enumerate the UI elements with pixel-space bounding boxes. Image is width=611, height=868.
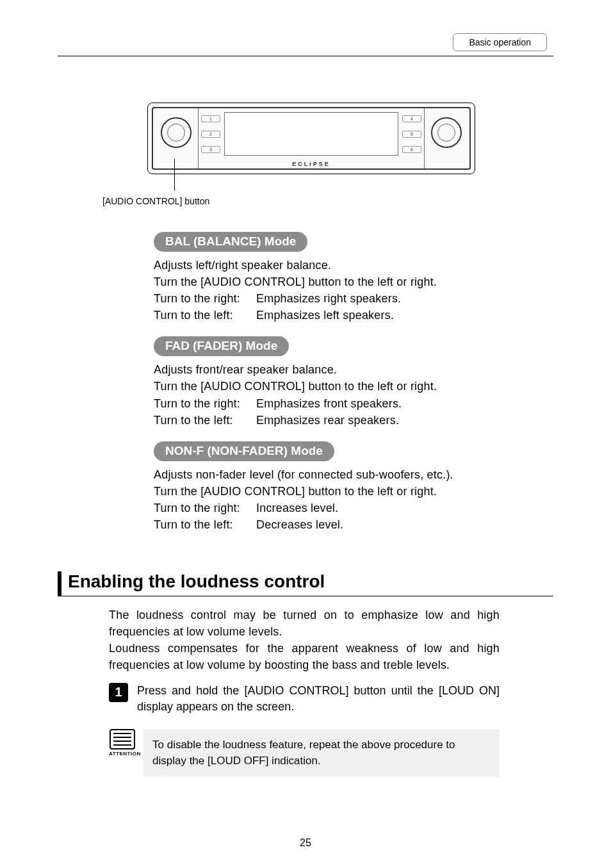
bal-intro-2: Turn the [AUDIO CONTROL] button to the l… xyxy=(154,274,493,290)
right-knob-icon xyxy=(431,117,462,148)
attention-text: To disable the loudness feature, repeat … xyxy=(143,729,500,777)
device-diagram: 1 2 3 4 5 6 ECLIPSE [AUDIO xyxy=(147,102,474,206)
device-drawing: 1 2 3 4 5 6 ECLIPSE xyxy=(147,102,475,174)
bal-right-label: Turn to the right: xyxy=(154,290,256,307)
header-rule xyxy=(58,56,553,56)
bal-intro-1: Adjusts left/right speaker balance. xyxy=(154,257,493,274)
nonf-right-text: Increases level. xyxy=(256,500,338,516)
preset-right-buttons: 4 5 6 xyxy=(402,111,421,157)
step-1-text: Press and hold the [AUDIO CONTROL] butto… xyxy=(137,683,500,715)
attention-note: ATTENTION To disable the loudness featur… xyxy=(109,729,500,777)
step-number-badge: 1 xyxy=(109,683,128,702)
loudness-para-1: The loudness control may be turned on to… xyxy=(109,607,500,640)
audio-control-knob-icon xyxy=(161,117,191,148)
fad-right-label: Turn to the right: xyxy=(154,395,256,412)
header-section-text: Basic operation xyxy=(469,37,531,47)
loudness-para-2: Loudness compensates for the apparent we… xyxy=(109,640,500,673)
page-number: 25 xyxy=(300,837,311,849)
lcd-screen-icon xyxy=(224,112,398,156)
nonf-right-label: Turn to the right: xyxy=(154,500,256,516)
bal-mode-section: BAL (BALANCE) Mode Adjusts left/right sp… xyxy=(154,232,493,323)
nonf-intro-2: Turn the [AUDIO CONTROL] button to the l… xyxy=(154,483,493,500)
loudness-heading: Enabling the loudness control xyxy=(68,571,553,596)
fad-right-text: Emphasizes front speakers. xyxy=(256,395,402,412)
book-icon xyxy=(110,729,135,749)
fad-left-label: Turn to the left: xyxy=(154,412,256,429)
attention-label: ATTENTION xyxy=(109,751,136,757)
bal-left-label: Turn to the left: xyxy=(154,307,256,323)
nonf-mode-section: NON-F (NON-FADER) Mode Adjusts non-fader… xyxy=(154,441,493,533)
nonf-intro-1: Adjusts non-fader level (for connected s… xyxy=(154,466,493,483)
fad-left-text: Emphasizes rear speakers. xyxy=(256,412,399,429)
fad-mode-section: FAD (FADER) Mode Adjusts front/rear spea… xyxy=(154,336,493,428)
brand-label: ECLIPSE xyxy=(292,161,330,167)
fad-mode-heading: FAD (FADER) Mode xyxy=(154,336,289,356)
fad-intro-1: Adjusts front/rear speaker balance. xyxy=(154,361,493,378)
bal-left-text: Emphasizes left speakers. xyxy=(256,307,394,323)
header-section-box: Basic operation xyxy=(453,33,547,51)
nonf-left-text: Decreases level. xyxy=(256,516,343,533)
callout-leader-line xyxy=(174,159,175,191)
nonf-mode-heading: NON-F (NON-FADER) Mode xyxy=(154,441,334,461)
loudness-heading-wrap: Enabling the loudness control xyxy=(58,571,553,596)
callout-label: [AUDIO CONTROL] button xyxy=(102,196,474,206)
bal-mode-heading: BAL (BALANCE) Mode xyxy=(154,232,307,252)
bal-right-text: Emphasizes right speakers. xyxy=(256,290,401,307)
fad-intro-2: Turn the [AUDIO CONTROL] button to the l… xyxy=(154,378,493,395)
preset-left-buttons: 1 2 3 xyxy=(201,111,220,157)
step-1-row: 1 Press and hold the [AUDIO CONTROL] but… xyxy=(109,683,500,715)
nonf-left-label: Turn to the left: xyxy=(154,516,256,533)
